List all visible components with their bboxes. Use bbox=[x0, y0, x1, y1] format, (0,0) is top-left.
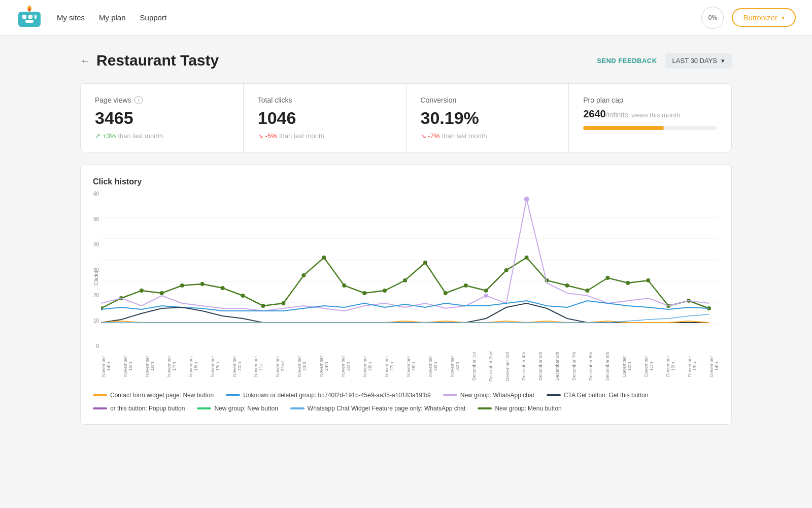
date-range-button[interactable]: LAST 30 DAYS ▾ bbox=[665, 53, 732, 69]
svg-point-28 bbox=[383, 289, 387, 293]
legend-label-7: New group: Menu button bbox=[495, 405, 561, 412]
buttonizer-button[interactable]: Buttonizer ▾ bbox=[732, 8, 796, 27]
legend-color-6 bbox=[290, 407, 304, 409]
svg-point-21 bbox=[241, 294, 245, 298]
legend-label-4: or this button: Popup button bbox=[110, 405, 185, 412]
trend-up-icon: ↗ bbox=[95, 132, 100, 140]
svg-point-23 bbox=[281, 301, 285, 305]
svg-point-18 bbox=[180, 283, 184, 288]
legend-label-3: CTA Get button: Get this button bbox=[564, 392, 649, 399]
progress-bar-fill bbox=[583, 126, 663, 130]
pro-plan-value-row: 2640 /infinite views this month bbox=[583, 108, 717, 120]
buttonizer-chevron-icon: ▾ bbox=[782, 14, 785, 21]
svg-rect-2 bbox=[28, 15, 32, 19]
legend-label-5: New group: New button bbox=[214, 405, 278, 412]
stat-label-page-views: Page views i bbox=[95, 96, 229, 104]
chart-legend: Contact form widget page: New button Unk… bbox=[93, 392, 719, 412]
y-ticks: 0 10 20 30 40 50 60 bbox=[87, 197, 99, 349]
svg-point-17 bbox=[160, 291, 164, 295]
svg-point-24 bbox=[301, 273, 306, 277]
legend-color-2 bbox=[443, 394, 457, 396]
page-title: Restaurant Tasty bbox=[96, 52, 219, 69]
chart-section: Click history Clicks 0 10 20 30 40 50 60 bbox=[80, 165, 732, 425]
legend-item-2: New group: WhatsApp chat bbox=[443, 392, 534, 399]
stat-card-page-views: Page views i 3465 ↗ +3% than last month bbox=[81, 84, 244, 152]
svg-point-35 bbox=[525, 256, 529, 260]
stat-value-total-clicks: 1046 bbox=[258, 108, 392, 128]
legend-color-1 bbox=[226, 394, 240, 396]
svg-point-34 bbox=[504, 268, 509, 272]
svg-point-32 bbox=[464, 283, 468, 288]
svg-point-40 bbox=[626, 281, 630, 285]
trend-down-icon: ↘ bbox=[258, 132, 263, 140]
legend-item-4: or this button: Popup button bbox=[93, 405, 185, 412]
chart-wrapper: Clicks 0 10 20 30 40 50 60 bbox=[93, 197, 719, 382]
svg-point-6 bbox=[28, 8, 30, 11]
buttonizer-label: Buttonizer bbox=[743, 13, 777, 22]
legend-item-5: New group: New button bbox=[197, 405, 278, 412]
legend-color-0 bbox=[93, 394, 107, 396]
svg-point-45 bbox=[524, 197, 529, 202]
nav-my-plan[interactable]: My plan bbox=[99, 13, 126, 22]
chart-inner: 0 10 20 30 40 50 60 bbox=[101, 197, 719, 382]
legend-item-0: Contact form widget page: New button bbox=[93, 392, 214, 399]
legend-color-3 bbox=[547, 394, 561, 396]
chart-grid: 0 10 20 30 40 50 60 bbox=[101, 197, 719, 349]
pct-badge: 0% bbox=[701, 7, 724, 29]
page-title-row: ← Restaurant Tasty SEND FEEDBACK LAST 30… bbox=[80, 52, 732, 69]
stat-card-total-clicks: Total clicks 1046 ↘ -5% than last month bbox=[244, 84, 407, 152]
stat-change-total-clicks: ↘ -5% than last month bbox=[258, 132, 392, 140]
progress-bar bbox=[583, 126, 717, 130]
svg-point-41 bbox=[646, 278, 650, 282]
legend-label-6: Whatsapp Chat Widget Feature page only: … bbox=[308, 405, 466, 412]
svg-point-16 bbox=[140, 289, 144, 293]
stat-change-page-views: ↗ +3% than last month bbox=[95, 132, 229, 140]
header-right: 0% Buttonizer ▾ bbox=[701, 7, 796, 29]
nav-support[interactable]: Support bbox=[140, 13, 167, 22]
pro-plan-suffix: /infinite bbox=[606, 111, 628, 119]
header: My sites My plan Support 0% Buttonizer ▾ bbox=[0, 0, 812, 36]
legend-item-6: Whatsapp Chat Widget Feature page only: … bbox=[290, 405, 466, 412]
svg-point-27 bbox=[362, 291, 366, 295]
svg-point-20 bbox=[221, 286, 225, 290]
nav-my-sites[interactable]: My sites bbox=[57, 13, 85, 22]
back-button[interactable]: ← bbox=[80, 55, 90, 67]
pro-plan-value: 2640 bbox=[583, 108, 606, 120]
main-nav: My sites My plan Support bbox=[57, 13, 166, 22]
svg-point-37 bbox=[565, 283, 569, 288]
chart-title: Click history bbox=[93, 177, 719, 186]
svg-rect-4 bbox=[25, 20, 33, 23]
trend-down-icon-2: ↘ bbox=[421, 132, 426, 140]
svg-point-25 bbox=[322, 256, 326, 260]
svg-point-29 bbox=[403, 278, 407, 282]
svg-rect-0 bbox=[18, 12, 41, 27]
svg-point-38 bbox=[585, 289, 589, 293]
page-title-right: SEND FEEDBACK LAST 30 DAYS ▾ bbox=[597, 53, 732, 69]
date-range-chevron-icon: ▾ bbox=[721, 57, 725, 65]
legend-label-2: New group: WhatsApp chat bbox=[460, 392, 534, 399]
logo bbox=[16, 5, 43, 31]
legend-item-1: Unknown or deleted group: bc740f2d-191b-… bbox=[226, 392, 431, 399]
svg-point-46 bbox=[484, 294, 488, 298]
send-feedback-button[interactable]: SEND FEEDBACK bbox=[597, 57, 657, 65]
legend-label-0: Contact form widget page: New button bbox=[110, 392, 214, 399]
stat-label-conversion: Conversion bbox=[421, 96, 555, 104]
svg-point-31 bbox=[444, 291, 448, 295]
legend-item-7: New group: Menu button bbox=[478, 405, 561, 412]
stat-value-page-views: 3465 bbox=[95, 108, 229, 128]
series-purple bbox=[101, 199, 709, 311]
stat-change-conversion: ↘ -7% than last month bbox=[421, 132, 555, 140]
stat-value-conversion: 30.19% bbox=[421, 108, 555, 128]
chart-svg bbox=[101, 197, 719, 349]
svg-point-19 bbox=[200, 282, 205, 286]
legend-color-7 bbox=[478, 407, 492, 409]
date-range-label: LAST 30 DAYS bbox=[672, 57, 717, 65]
svg-point-39 bbox=[605, 276, 610, 280]
main-content: ← Restaurant Tasty SEND FEEDBACK LAST 30… bbox=[56, 36, 756, 453]
svg-point-33 bbox=[484, 289, 488, 293]
svg-point-30 bbox=[423, 261, 427, 265]
page-views-info-icon[interactable]: i bbox=[134, 96, 143, 104]
stat-card-conversion: Conversion 30.19% ↘ -7% than last month bbox=[407, 84, 569, 152]
series-dark bbox=[101, 303, 709, 323]
page-title-left: ← Restaurant Tasty bbox=[80, 52, 219, 69]
